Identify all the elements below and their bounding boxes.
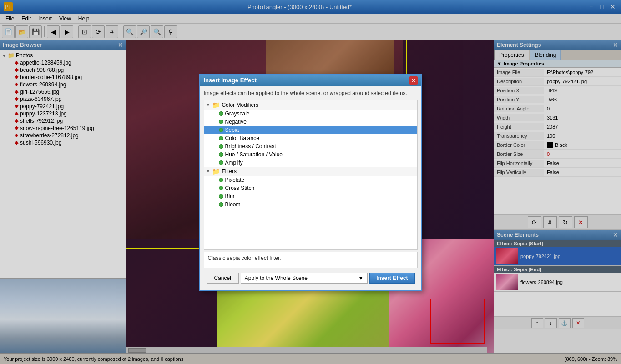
insert-effect-dialog: Insert Image Effect ✕ Image effects can … — [199, 74, 422, 291]
expand-icon: ▼ — [206, 102, 211, 107]
effect-dot — [219, 120, 223, 124]
effect-label-negative: Negative — [225, 119, 247, 125]
effect-dot — [219, 152, 223, 157]
folder-icon: 📁 — [212, 168, 220, 175]
effect-group-color-modifiers: ▼ 📁 Color Modifiers Grayscale Negative — [204, 100, 417, 167]
effect-dot — [219, 144, 223, 149]
effect-group-header-filters[interactable]: ▼ 📁 Filters — [204, 167, 417, 176]
dialog-overlay: Insert Image Effect ✕ Image effects can … — [0, 0, 621, 364]
effect-label-amplify: Amplify — [225, 160, 243, 166]
effect-item-amplify[interactable]: Amplify — [204, 159, 417, 167]
cancel-button[interactable]: Cancel — [207, 273, 239, 284]
effect-dot — [219, 202, 223, 207]
effect-label-bloom: Bloom — [225, 201, 241, 208]
dropdown-label: Apply to the Whole Scene — [245, 275, 308, 281]
effect-label-color-balance: Color Balance — [225, 135, 259, 141]
insert-effect-button[interactable]: Insert Effect — [369, 273, 414, 284]
effect-label-pixelate: Pixelate — [225, 177, 245, 183]
effect-label-blur: Blur — [225, 193, 235, 199]
folder-icon: 📁 — [212, 101, 220, 109]
effect-dot — [219, 111, 223, 116]
dialog-title: Insert Image Effect — [204, 77, 257, 84]
dialog-close-button[interactable]: ✕ — [409, 76, 418, 85]
effect-item-negative[interactable]: Negative — [204, 118, 417, 126]
effect-dot — [219, 178, 223, 182]
chevron-down-icon: ▼ — [358, 275, 364, 281]
apply-dropdown[interactable]: Apply to the Whole Scene ▼ — [241, 273, 368, 284]
effect-item-pixelate[interactable]: Pixelate — [204, 176, 417, 184]
effect-label-sepia: Sepia — [225, 127, 239, 133]
effect-item-grayscale[interactable]: Grayscale — [204, 110, 417, 118]
effect-item-cross-stitch[interactable]: Cross Stitch — [204, 184, 417, 192]
dialog-footer: Cancel Apply to the Whole Scene ▼ Insert… — [204, 270, 418, 286]
effect-dot — [219, 136, 223, 140]
dialog-title-bar: Insert Image Effect ✕ — [200, 75, 421, 86]
effect-item-color-balance[interactable]: Color Balance — [204, 134, 417, 142]
dialog-body: Image effects can be applied to the whol… — [200, 86, 421, 290]
group-label-color: Color Modifiers — [222, 102, 258, 108]
effect-label-hue: Hue / Saturation / Value — [225, 151, 283, 158]
effect-dot — [219, 186, 223, 190]
effect-label-brightness: Brightness / Contrast — [225, 143, 276, 150]
effect-group-header-color[interactable]: ▼ 📁 Color Modifiers — [204, 100, 417, 110]
effect-dot — [219, 128, 223, 132]
effect-label-grayscale: Grayscale — [225, 110, 250, 117]
effect-item-sepia[interactable]: Sepia — [204, 126, 417, 134]
effect-group-filters: ▼ 📁 Filters Pixelate Cross Stitch — [204, 167, 417, 209]
expand-icon: ▼ — [206, 169, 211, 174]
dialog-info-text: Image effects can be applied to the whol… — [204, 90, 418, 96]
effect-label-cross-stitch: Cross Stitch — [225, 185, 255, 191]
effect-item-bloom[interactable]: Bloom — [204, 200, 417, 209]
effect-dot — [219, 160, 223, 165]
effect-tree[interactable]: ▼ 📁 Color Modifiers Grayscale Negative — [204, 100, 418, 250]
effect-dot — [219, 194, 223, 199]
effect-item-brightness-contrast[interactable]: Brightness / Contrast — [204, 142, 417, 150]
effect-item-blur[interactable]: Blur — [204, 192, 417, 200]
group-label-filters: Filters — [222, 168, 237, 175]
effect-item-hue-saturation[interactable]: Hue / Saturation / Value — [204, 150, 417, 159]
effect-description: Classic sepia color effect filter. — [204, 252, 418, 268]
